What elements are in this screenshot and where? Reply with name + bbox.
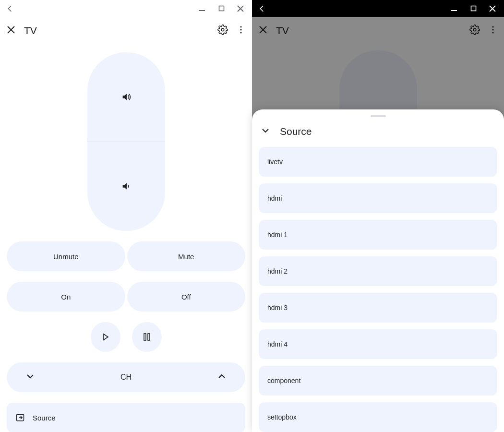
- svg-point-2: [221, 28, 224, 31]
- close-icon: [7, 25, 15, 34]
- back-button[interactable]: [255, 4, 269, 13]
- source-button[interactable]: Source: [7, 403, 245, 432]
- svg-rect-10: [471, 6, 476, 11]
- svg-rect-0: [199, 10, 205, 11]
- source-option[interactable]: component: [259, 366, 497, 396]
- channel-up-button[interactable]: [217, 372, 226, 383]
- window-titlebar-left: [0, 0, 252, 17]
- volume-separator: [87, 142, 165, 142]
- source-option[interactable]: hdmi 4: [259, 329, 497, 359]
- chevron-up-icon: [217, 372, 226, 381]
- power-off-button[interactable]: Off: [127, 282, 246, 312]
- maximize-icon: [218, 5, 225, 12]
- maximize-icon: [470, 5, 477, 12]
- window-maximize-button[interactable]: [465, 1, 482, 16]
- more-vertical-icon: [237, 25, 245, 34]
- svg-rect-1: [219, 6, 224, 11]
- source-option[interactable]: hdmi 3: [259, 293, 497, 323]
- volume-rocker: [87, 52, 165, 231]
- close-icon: [489, 5, 496, 12]
- source-option[interactable]: hdmi 1: [259, 220, 497, 250]
- app-title: TV: [24, 25, 37, 36]
- input-icon: [15, 413, 25, 422]
- sheet-title: Source: [280, 126, 312, 137]
- svg-rect-6: [144, 334, 146, 340]
- chevron-down-icon: [261, 126, 270, 135]
- play-button[interactable]: [91, 322, 120, 352]
- source-bottom-sheet: Source livetvhdmihdmi 1hdmi 2hdmi 3hdmi …: [252, 109, 504, 432]
- back-button[interactable]: [3, 4, 17, 13]
- unmute-button[interactable]: Unmute: [7, 241, 125, 271]
- channel-label: CH: [120, 373, 132, 382]
- source-option[interactable]: hdmi 2: [259, 256, 497, 286]
- svg-point-5: [240, 32, 241, 33]
- gear-icon: [217, 24, 228, 35]
- minimize-icon: [451, 5, 457, 12]
- settings-button[interactable]: [217, 24, 228, 37]
- mute-button[interactable]: Mute: [127, 241, 246, 271]
- right-window: TV: [252, 0, 504, 432]
- close-app-button[interactable]: [7, 25, 15, 36]
- volume-up-button[interactable]: [87, 52, 165, 142]
- window-close-button[interactable]: [484, 1, 501, 16]
- pause-button[interactable]: [132, 322, 162, 352]
- power-on-button[interactable]: On: [7, 282, 125, 312]
- svg-rect-7: [148, 334, 150, 340]
- channel-rocker: CH: [7, 362, 245, 392]
- volume-down-icon: [121, 181, 132, 192]
- window-titlebar-right: [252, 0, 504, 17]
- app-toolbar-left: TV: [0, 17, 252, 45]
- minimize-icon: [199, 5, 205, 12]
- sheet-drag-handle[interactable]: [371, 115, 386, 117]
- source-option[interactable]: hdmi: [259, 183, 497, 213]
- volume-up-icon: [121, 92, 132, 102]
- source-label: Source: [33, 414, 56, 422]
- overflow-menu-button[interactable]: [237, 25, 245, 36]
- source-option[interactable]: livetv: [259, 147, 497, 177]
- window-maximize-button[interactable]: [213, 1, 230, 16]
- left-window: TV Unmute: [0, 0, 252, 432]
- remote-controls: Unmute Mute On Off CH: [0, 45, 252, 432]
- window-close-button[interactable]: [232, 1, 249, 16]
- window-minimize-button[interactable]: [193, 1, 211, 16]
- close-icon: [237, 5, 244, 12]
- source-option[interactable]: settopbox: [259, 402, 497, 432]
- play-icon: [102, 333, 109, 341]
- source-list: livetvhdmihdmi 1hdmi 2hdmi 3hdmi 4compon…: [259, 147, 497, 432]
- chevron-down-icon: [26, 372, 35, 381]
- arrow-left-icon: [6, 4, 14, 13]
- sheet-collapse-button[interactable]: [261, 126, 270, 137]
- pause-icon: [144, 333, 150, 341]
- svg-rect-9: [451, 10, 457, 11]
- arrow-left-icon: [258, 4, 266, 13]
- volume-down-button[interactable]: [87, 142, 165, 231]
- channel-down-button[interactable]: [26, 372, 35, 383]
- window-minimize-button[interactable]: [445, 1, 463, 16]
- svg-point-4: [240, 29, 241, 30]
- svg-point-3: [240, 26, 241, 27]
